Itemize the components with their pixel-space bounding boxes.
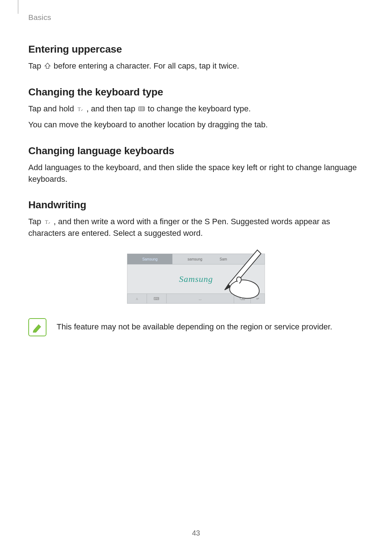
breadcrumb: Basics: [28, 13, 364, 22]
shift-key-icon: [44, 62, 52, 70]
note-icon: [28, 318, 46, 336]
text: to change the keyboard type.: [148, 104, 251, 113]
pen-hand-icon: [203, 243, 268, 301]
text: , and then tap: [86, 104, 138, 113]
handwriting-figure: Samsung samsung Sam Samsung ⟑ ⌨: [28, 254, 364, 304]
page-number: 43: [0, 529, 392, 537]
heading-handwriting: Handwriting: [28, 199, 364, 211]
text: before entering a character. For all cap…: [54, 61, 239, 70]
para-uppercase: Tap before entering a character. For all…: [28, 60, 364, 72]
handwriting-t-icon: T: [76, 104, 84, 112]
text: Tap: [28, 217, 44, 226]
text: Tap: [28, 61, 44, 70]
text: Tap and hold: [28, 104, 76, 113]
suggestion-1: Samsung: [127, 254, 172, 264]
heading-lang: Changing language keyboards: [28, 145, 364, 157]
heading-uppercase: Entering uppercase: [28, 44, 364, 55]
note-row: This feature may not be available depend…: [28, 318, 364, 336]
key-mode: ⟑: [127, 294, 147, 303]
para-kbtype-1: Tap and hold T , and then tap to change …: [28, 103, 364, 115]
text: , and then write a word with a finger or…: [28, 217, 330, 238]
para-kbtype-2: You can move the keyboard to another loc…: [28, 119, 364, 131]
handwriting-area: Samsung: [127, 264, 265, 294]
svg-text:T: T: [78, 106, 81, 112]
note-text: This feature may not be available depend…: [57, 318, 332, 333]
para-lang: Add languages to the keyboard, and then …: [28, 162, 364, 185]
handwriting-t-icon: T: [44, 217, 52, 225]
keyboard-layout-icon: [138, 104, 146, 112]
heading-kbtype: Changing the keyboard type: [28, 86, 364, 98]
svg-text:T: T: [45, 219, 48, 225]
key-kb: ⌨: [147, 294, 167, 303]
para-handwriting: Tap T , and then write a word with a fin…: [28, 216, 364, 239]
